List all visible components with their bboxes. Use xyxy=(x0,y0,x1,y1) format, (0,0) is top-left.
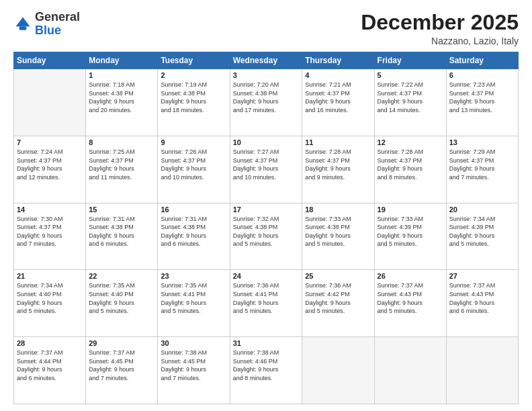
day-info: Sunrise: 7:18 AM Sunset: 4:38 PM Dayligh… xyxy=(89,81,154,114)
page: General Blue December 2025 Nazzano, Lazi… xyxy=(0,0,532,411)
day-number: 21 xyxy=(17,272,83,280)
month-title: December 2025 xyxy=(361,11,519,34)
header: General Blue December 2025 Nazzano, Lazi… xyxy=(13,11,519,46)
calendar-cell: 22Sunrise: 7:35 AM Sunset: 4:40 PM Dayli… xyxy=(86,270,158,337)
day-number: 7 xyxy=(17,138,83,146)
day-number: 12 xyxy=(378,138,443,146)
location: Nazzano, Lazio, Italy xyxy=(361,36,519,46)
calendar-header-friday: Friday xyxy=(374,52,446,69)
day-number: 27 xyxy=(449,272,515,280)
day-info: Sunrise: 7:23 AM Sunset: 4:37 PM Dayligh… xyxy=(449,81,515,114)
day-info: Sunrise: 7:38 AM Sunset: 4:45 PM Dayligh… xyxy=(161,349,226,382)
calendar-header-row: SundayMondayTuesdayWednesdayThursdayFrid… xyxy=(14,52,519,69)
logo-general-text: General xyxy=(35,10,80,24)
day-number: 23 xyxy=(161,272,226,280)
calendar-header-monday: Monday xyxy=(86,52,158,69)
calendar-week-2: 14Sunrise: 7:30 AM Sunset: 4:37 PM Dayli… xyxy=(14,203,519,270)
day-info: Sunrise: 7:37 AM Sunset: 4:45 PM Dayligh… xyxy=(89,349,154,382)
calendar-cell xyxy=(14,69,86,136)
day-info: Sunrise: 7:36 AM Sunset: 4:41 PM Dayligh… xyxy=(233,281,300,315)
day-info: Sunrise: 7:34 AM Sunset: 4:40 PM Dayligh… xyxy=(17,281,83,315)
calendar-header-wednesday: Wednesday xyxy=(230,52,302,69)
day-info: Sunrise: 7:35 AM Sunset: 4:40 PM Dayligh… xyxy=(89,281,154,315)
day-info: Sunrise: 7:35 AM Sunset: 4:41 PM Dayligh… xyxy=(161,281,226,315)
day-number: 24 xyxy=(233,272,300,280)
calendar-cell: 18Sunrise: 7:33 AM Sunset: 4:38 PM Dayli… xyxy=(302,203,374,270)
day-info: Sunrise: 7:33 AM Sunset: 4:38 PM Dayligh… xyxy=(305,215,371,248)
calendar-week-4: 28Sunrise: 7:37 AM Sunset: 4:44 PM Dayli… xyxy=(14,337,519,404)
day-number: 10 xyxy=(233,138,300,146)
day-info: Sunrise: 7:22 AM Sunset: 4:37 PM Dayligh… xyxy=(378,81,443,114)
day-info: Sunrise: 7:37 AM Sunset: 4:43 PM Dayligh… xyxy=(378,281,443,315)
day-number: 17 xyxy=(233,205,300,214)
day-number: 14 xyxy=(17,205,83,214)
calendar-cell: 21Sunrise: 7:34 AM Sunset: 4:40 PM Dayli… xyxy=(14,270,86,337)
calendar-cell: 24Sunrise: 7:36 AM Sunset: 4:41 PM Dayli… xyxy=(230,270,302,337)
calendar-cell: 16Sunrise: 7:31 AM Sunset: 4:38 PM Dayli… xyxy=(158,203,230,270)
calendar-cell: 5Sunrise: 7:22 AM Sunset: 4:37 PM Daylig… xyxy=(374,69,446,136)
day-info: Sunrise: 7:33 AM Sunset: 4:39 PM Dayligh… xyxy=(378,215,443,248)
day-info: Sunrise: 7:32 AM Sunset: 4:38 PM Dayligh… xyxy=(233,215,300,248)
logo-blue-text: Blue xyxy=(35,24,61,37)
calendar-cell: 28Sunrise: 7:37 AM Sunset: 4:44 PM Dayli… xyxy=(14,337,86,404)
day-info: Sunrise: 7:38 AM Sunset: 4:46 PM Dayligh… xyxy=(233,349,300,382)
day-number: 1 xyxy=(89,71,154,79)
calendar-cell: 3Sunrise: 7:20 AM Sunset: 4:38 PM Daylig… xyxy=(230,69,302,136)
day-info: Sunrise: 7:31 AM Sunset: 4:38 PM Dayligh… xyxy=(89,215,154,248)
day-number: 31 xyxy=(233,339,300,347)
day-info: Sunrise: 7:19 AM Sunset: 4:38 PM Dayligh… xyxy=(161,81,226,114)
calendar-header-sunday: Sunday xyxy=(14,52,86,69)
calendar-cell xyxy=(302,337,374,404)
calendar-cell: 15Sunrise: 7:31 AM Sunset: 4:38 PM Dayli… xyxy=(86,203,158,270)
calendar-week-1: 7Sunrise: 7:24 AM Sunset: 4:37 PM Daylig… xyxy=(14,136,519,203)
calendar-header-tuesday: Tuesday xyxy=(158,52,230,69)
calendar-cell: 4Sunrise: 7:21 AM Sunset: 4:37 PM Daylig… xyxy=(302,69,374,136)
day-number: 6 xyxy=(449,71,515,79)
calendar-cell: 23Sunrise: 7:35 AM Sunset: 4:41 PM Dayli… xyxy=(158,270,230,337)
calendar-cell: 6Sunrise: 7:23 AM Sunset: 4:37 PM Daylig… xyxy=(446,69,518,136)
day-info: Sunrise: 7:28 AM Sunset: 4:37 PM Dayligh… xyxy=(378,148,443,181)
day-number: 26 xyxy=(378,272,443,280)
calendar-cell: 29Sunrise: 7:37 AM Sunset: 4:45 PM Dayli… xyxy=(86,337,158,404)
day-number: 28 xyxy=(17,339,83,347)
calendar-cell: 1Sunrise: 7:18 AM Sunset: 4:38 PM Daylig… xyxy=(86,69,158,136)
day-info: Sunrise: 7:29 AM Sunset: 4:37 PM Dayligh… xyxy=(449,148,515,181)
day-number: 9 xyxy=(161,138,226,146)
calendar-cell: 20Sunrise: 7:34 AM Sunset: 4:39 PM Dayli… xyxy=(446,203,518,270)
day-info: Sunrise: 7:31 AM Sunset: 4:38 PM Dayligh… xyxy=(161,215,226,248)
calendar-cell: 11Sunrise: 7:28 AM Sunset: 4:37 PM Dayli… xyxy=(302,136,374,203)
calendar-cell: 13Sunrise: 7:29 AM Sunset: 4:37 PM Dayli… xyxy=(446,136,518,203)
logo-icon xyxy=(13,15,32,34)
calendar-cell: 14Sunrise: 7:30 AM Sunset: 4:37 PM Dayli… xyxy=(14,203,86,270)
day-number: 2 xyxy=(161,71,226,79)
calendar-week-3: 21Sunrise: 7:34 AM Sunset: 4:40 PM Dayli… xyxy=(14,270,519,337)
calendar-cell: 19Sunrise: 7:33 AM Sunset: 4:39 PM Dayli… xyxy=(374,203,446,270)
day-number: 3 xyxy=(233,71,300,79)
day-info: Sunrise: 7:26 AM Sunset: 4:37 PM Dayligh… xyxy=(161,148,226,181)
calendar-cell xyxy=(374,337,446,404)
calendar-cell: 10Sunrise: 7:27 AM Sunset: 4:37 PM Dayli… xyxy=(230,136,302,203)
calendar-cell: 25Sunrise: 7:36 AM Sunset: 4:42 PM Dayli… xyxy=(302,270,374,337)
calendar-cell: 17Sunrise: 7:32 AM Sunset: 4:38 PM Dayli… xyxy=(230,203,302,270)
calendar-cell: 26Sunrise: 7:37 AM Sunset: 4:43 PM Dayli… xyxy=(374,270,446,337)
day-info: Sunrise: 7:30 AM Sunset: 4:37 PM Dayligh… xyxy=(17,215,83,248)
day-number: 29 xyxy=(89,339,154,347)
day-number: 18 xyxy=(305,205,371,214)
calendar-week-0: 1Sunrise: 7:18 AM Sunset: 4:38 PM Daylig… xyxy=(14,69,519,136)
day-number: 20 xyxy=(449,205,515,214)
day-number: 4 xyxy=(305,71,371,79)
day-number: 30 xyxy=(161,339,226,347)
svg-marker-0 xyxy=(16,17,30,26)
day-number: 13 xyxy=(449,138,515,146)
calendar-cell: 2Sunrise: 7:19 AM Sunset: 4:38 PM Daylig… xyxy=(158,69,230,136)
calendar-cell: 12Sunrise: 7:28 AM Sunset: 4:37 PM Dayli… xyxy=(374,136,446,203)
svg-rect-1 xyxy=(19,26,27,30)
day-info: Sunrise: 7:37 AM Sunset: 4:43 PM Dayligh… xyxy=(449,281,515,315)
day-info: Sunrise: 7:36 AM Sunset: 4:42 PM Dayligh… xyxy=(305,281,371,315)
day-number: 22 xyxy=(89,272,154,280)
calendar-header-saturday: Saturday xyxy=(446,52,518,69)
calendar-cell: 31Sunrise: 7:38 AM Sunset: 4:46 PM Dayli… xyxy=(230,337,302,404)
day-number: 11 xyxy=(305,138,371,146)
title-block: December 2025 Nazzano, Lazio, Italy xyxy=(361,11,519,46)
calendar-cell: 7Sunrise: 7:24 AM Sunset: 4:37 PM Daylig… xyxy=(14,136,86,203)
